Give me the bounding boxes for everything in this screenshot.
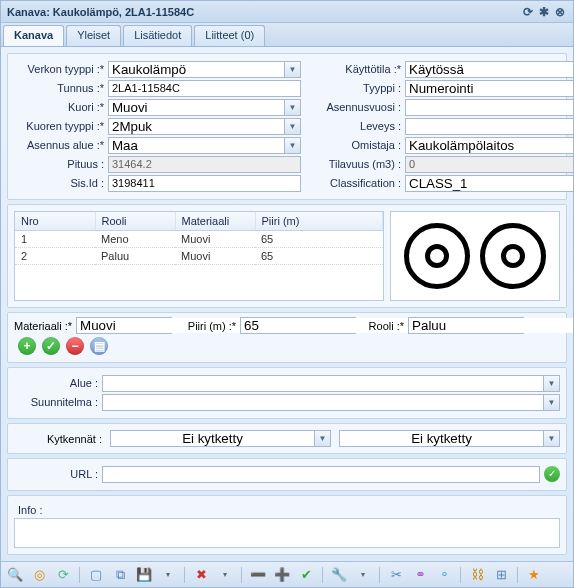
chevron-down-icon[interactable]: ▼: [284, 138, 300, 153]
label-pituus: Pituus :: [14, 158, 108, 170]
delete-button[interactable]: −: [66, 337, 84, 355]
label-kytkennat: Kytkennät :: [14, 433, 102, 445]
input-tilavuus: [405, 156, 573, 173]
combo-rooli[interactable]: ▼: [408, 317, 524, 334]
plus-icon[interactable]: ➕: [274, 567, 290, 583]
copy-icon[interactable]: ⧉: [112, 567, 128, 583]
dropdown-icon[interactable]: ▾: [160, 567, 176, 583]
form-button[interactable]: ▤: [90, 337, 108, 355]
label-asennusvuosi: Asennusvuosi :: [311, 101, 405, 113]
url-go-button[interactable]: ✓: [544, 466, 560, 482]
combo-materiaali[interactable]: ▼: [76, 317, 172, 334]
label-piiri: Piiri (m) :*: [180, 320, 240, 332]
combo-kuori[interactable]: ▼: [108, 99, 301, 116]
chevron-down-icon[interactable]: ▼: [284, 62, 300, 77]
combo-kuoren-tyyppi[interactable]: ▼: [108, 118, 301, 135]
pipe-diagram: [390, 211, 560, 301]
label-suunnitelma: Suunnitelma :: [14, 396, 102, 408]
label-kuoren-tyyppi: Kuoren tyyppi :*: [14, 120, 108, 132]
chevron-down-icon[interactable]: ▼: [284, 119, 300, 134]
input-url[interactable]: [102, 466, 540, 483]
chevron-down-icon[interactable]: ▼: [543, 395, 559, 410]
input-tunnus[interactable]: [108, 80, 301, 97]
label-asennus-alue: Asennus alue :*: [14, 139, 108, 151]
col-rooli[interactable]: Rooli: [95, 212, 175, 230]
pipe-table[interactable]: Nro Rooli Materiaali Piiri (m) 1 Meno Mu…: [14, 211, 384, 301]
delete-icon[interactable]: ✖: [193, 567, 209, 583]
alue-panel: Alue :▼ Suunnitelma :▼: [7, 367, 567, 419]
combo-alue[interactable]: ▼: [102, 375, 560, 392]
pipe-circle-icon: [404, 223, 470, 289]
chevron-down-icon[interactable]: ▼: [284, 100, 300, 115]
chevron-down-icon[interactable]: ▼: [543, 431, 559, 446]
combo-verkon-tyyppi[interactable]: ▼: [108, 61, 301, 78]
url-panel: URL : ✓: [7, 458, 567, 491]
tab-lisatiedot[interactable]: Lisätiedot: [123, 25, 192, 46]
input-leveys[interactable]: [405, 118, 573, 135]
refresh-icon[interactable]: ⟳: [55, 567, 71, 583]
label-kayttotila: Käyttötila :*: [311, 63, 405, 75]
close-icon[interactable]: ⊗: [553, 5, 567, 19]
input-sisid[interactable]: [108, 175, 301, 192]
input-asennusvuosi[interactable]: [405, 99, 573, 116]
dropdown-icon[interactable]: ▾: [217, 567, 233, 583]
main-fields: Verkon tyyppi :*▼ Tunnus :* Kuori :*▼ Ku…: [7, 53, 567, 200]
pin-icon[interactable]: ✱: [537, 5, 551, 19]
subform-panel: Materiaali :*▼ Piiri (m) :*▼ Rooli :*▼ +…: [7, 312, 567, 363]
wrench-icon[interactable]: 🔧: [331, 567, 347, 583]
combo-kytkennat-right[interactable]: ▼: [339, 430, 560, 447]
titlebar: Kanava: Kaukolämpö, 2LA1-11584C ⟳ ✱ ⊗: [1, 1, 573, 23]
bottom-toolbar: 🔍 ◎ ⟳ ▢ ⧉ 💾 ▾ ✖ ▾ ➖ ➕ ✔ 🔧 ▾ ✂ ⚭ ⚬ ⛓ ⊞ ★: [1, 561, 573, 587]
chevron-down-icon[interactable]: ▼: [543, 376, 559, 391]
split-icon[interactable]: ✂: [388, 567, 404, 583]
label-rooli: Rooli :*: [364, 320, 408, 332]
table-row[interactable]: 2 Paluu Muovi 65: [15, 247, 383, 264]
combo-piiri[interactable]: ▼: [240, 317, 356, 334]
tab-liitteet[interactable]: Liitteet (0): [194, 25, 265, 46]
new-icon[interactable]: ▢: [88, 567, 104, 583]
info-panel: Info :: [7, 495, 567, 555]
combo-suunnitelma[interactable]: ▼: [102, 394, 560, 411]
label-kuori: Kuori :*: [14, 101, 108, 113]
merge-icon[interactable]: ⚭: [412, 567, 428, 583]
pipe-circle-icon: [480, 223, 546, 289]
check-icon[interactable]: ✔: [298, 567, 314, 583]
add-button[interactable]: +: [18, 337, 36, 355]
chevron-down-icon[interactable]: ▼: [314, 431, 330, 446]
refresh-icon[interactable]: ⟳: [521, 5, 535, 19]
label-verkon-tyyppi: Verkon tyyppi :*: [14, 63, 108, 75]
table-row[interactable]: 1 Meno Muovi 65: [15, 230, 383, 247]
join-icon[interactable]: ⚬: [436, 567, 452, 583]
combo-omistaja[interactable]: ▼: [405, 137, 573, 154]
combo-classification[interactable]: ▼: [405, 175, 573, 192]
combo-asennus-alue[interactable]: ▼: [108, 137, 301, 154]
label-sisid: Sis.Id :: [14, 177, 108, 189]
tabs: Kanava Yleiset Lisätiedot Liitteet (0): [1, 23, 573, 47]
link-icon[interactable]: ⛓: [469, 567, 485, 583]
combo-tyyppi[interactable]: ▼: [405, 80, 573, 97]
pipe-table-panel: Nro Rooli Materiaali Piiri (m) 1 Meno Mu…: [7, 204, 567, 308]
combo-kayttotila[interactable]: ▼: [405, 61, 573, 78]
label-tunnus: Tunnus :*: [14, 82, 108, 94]
col-materiaali[interactable]: Materiaali: [175, 212, 255, 230]
tab-yleiset[interactable]: Yleiset: [66, 25, 121, 46]
target-icon[interactable]: ◎: [31, 567, 47, 583]
tab-kanava[interactable]: Kanava: [3, 25, 64, 46]
save-icon[interactable]: 💾: [136, 567, 152, 583]
dropdown-icon[interactable]: ▾: [355, 567, 371, 583]
label-info: Info :: [14, 502, 560, 518]
info-textarea[interactable]: [14, 518, 560, 548]
kytkennat-panel: Kytkennät : ▼ ▼: [7, 423, 567, 454]
label-tyyppi: Tyyppi :: [311, 82, 405, 94]
col-nro[interactable]: Nro: [15, 212, 95, 230]
label-omistaja: Omistaja :: [311, 139, 405, 151]
combo-kytkennat-left[interactable]: ▼: [110, 430, 331, 447]
col-piiri[interactable]: Piiri (m): [255, 212, 383, 230]
zoom-icon[interactable]: 🔍: [7, 567, 23, 583]
apply-button[interactable]: ✓: [42, 337, 60, 355]
star-icon[interactable]: ★: [526, 567, 542, 583]
minus-icon[interactable]: ➖: [250, 567, 266, 583]
label-tilavuus: Tilavuus (m3) :: [311, 158, 405, 170]
label-alue: Alue :: [14, 377, 102, 389]
tree-icon[interactable]: ⊞: [493, 567, 509, 583]
